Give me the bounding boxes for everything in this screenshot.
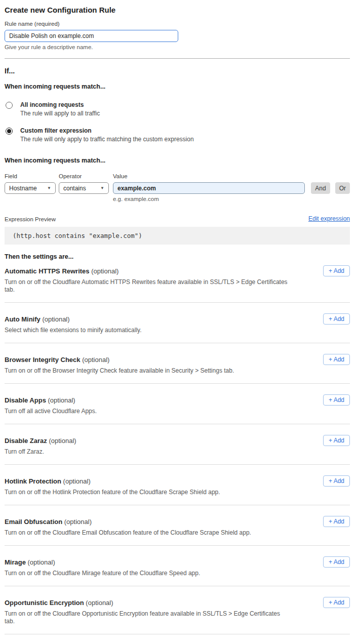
setting-automatic-https-rewrites: Automatic HTTPS Rewrites (optional) Turn… (5, 261, 350, 303)
expression-preview-label: Expression Preview (5, 216, 56, 222)
optional-tag: (optional) (63, 477, 91, 485)
setting-title: Disable Apps (5, 396, 46, 404)
setting-title: Browser Integrity Check (5, 356, 81, 364)
optional-tag: (optional) (64, 518, 92, 526)
optional-tag: (optional) (28, 558, 55, 566)
setting-description: Turn off all active Cloudflare Apps. (5, 408, 288, 415)
radio-button-icon[interactable] (6, 102, 13, 109)
rule-name-input[interactable] (5, 30, 178, 42)
radio-option-custom-filter-expression[interactable]: Custom filter expression The rule will o… (5, 127, 350, 143)
and-button[interactable]: And (311, 182, 330, 194)
field-label: Field (5, 173, 56, 180)
rule-name-label: Rule name (required) (5, 20, 350, 28)
setting-description: Turn on or off the Cloudflare Automatic … (5, 278, 288, 294)
radio-option-all-incoming-requests[interactable]: All incoming requests The rule will appl… (5, 101, 350, 117)
optional-tag: (optional) (86, 599, 113, 607)
setting-description: Select which file extensions to minify a… (5, 327, 288, 334)
radio-option-label: All incoming requests (20, 101, 100, 109)
radio-option-description: The rule will apply to all traffic (20, 110, 100, 117)
add-button[interactable]: + Add (323, 313, 350, 325)
setting-title: Disable Zaraz (5, 437, 47, 445)
optional-tag: (optional) (49, 437, 76, 445)
setting-title: Automatic HTTPS Rewrites (5, 267, 90, 275)
chevron-down-icon: ▼ (100, 186, 104, 190)
setting-description: Turn on or off the Cloudflare Email Obfu… (5, 529, 288, 537)
add-button[interactable]: + Add (323, 516, 350, 527)
field-select-value: Hostname (9, 185, 37, 192)
or-button[interactable]: Or (335, 182, 350, 194)
add-button[interactable]: + Add (323, 394, 350, 406)
expression-builder-row: Field Hostname ▼ Operator contains ▼ Val… (5, 173, 350, 203)
add-button[interactable]: + Add (323, 597, 350, 608)
setting-title: Mirage (5, 558, 26, 566)
operator-select-value: contains (63, 185, 86, 192)
setting-email-obfuscation: Email Obfuscation (optional) Turn on or … (5, 505, 350, 546)
value-help: e.g. example.com (113, 195, 305, 203)
expression-preview-code: (http.host contains "example.com") (5, 227, 350, 245)
then-settings-heading: Then the settings are... (5, 253, 350, 261)
setting-description: Turn off Zaraz. (5, 448, 288, 456)
operator-label: Operator (59, 173, 109, 180)
field-select[interactable]: Hostname ▼ (5, 182, 56, 194)
setting-browser-integrity-check: Browser Integrity Check (optional) Turn … (5, 343, 350, 384)
value-input[interactable] (113, 182, 305, 194)
setting-title: Email Obfuscation (5, 518, 62, 526)
setting-title: Auto Minify (5, 315, 41, 323)
add-button[interactable]: + Add (323, 265, 350, 276)
rule-name-group: Rule name (required) Give your rule a de… (5, 20, 350, 51)
setting-mirage: Mirage (optional) Turn on or off the Clo… (5, 546, 350, 586)
add-button[interactable]: + Add (323, 475, 350, 487)
optional-tag: (optional) (42, 315, 69, 323)
chevron-down-icon: ▼ (47, 186, 51, 190)
optional-tag: (optional) (82, 356, 109, 364)
setting-description: Turn on or off the Hotlink Protection fe… (5, 489, 288, 496)
create-configuration-rule-form: Create new Configuration Rule Rule name … (0, 0, 357, 644)
section-divider (5, 58, 350, 59)
radio-option-label: Custom filter expression (20, 127, 194, 135)
radio-button-selected-icon[interactable] (6, 128, 13, 135)
setting-title: Opportunistic Encryption (5, 599, 84, 607)
setting-auto-minify: Auto Minify (optional) Select which file… (5, 303, 350, 343)
add-button[interactable]: + Add (323, 556, 350, 568)
page-title: Create new Configuration Rule (5, 5, 350, 15)
expression-builder-heading: When incoming requests match... (5, 156, 350, 165)
setting-description: Turn on or off the Cloudflare Mirage fea… (5, 570, 288, 577)
rule-name-help: Give your rule a descriptive name. (5, 44, 350, 51)
optional-tag: (optional) (48, 396, 75, 404)
setting-title: Hotlink Protection (5, 477, 61, 485)
if-heading: If... (5, 66, 350, 75)
setting-hotlink-protection: Hotlink Protection (optional) Turn on or… (5, 465, 350, 505)
add-button[interactable]: + Add (323, 354, 350, 365)
operator-select[interactable]: contains ▼ (59, 182, 109, 194)
setting-opportunistic-encryption: Opportunistic Encryption (optional) Turn… (5, 586, 350, 634)
setting-disable-apps: Disable Apps (optional) Turn off all act… (5, 384, 350, 424)
add-button[interactable]: + Add (323, 435, 350, 446)
incoming-requests-match-heading: When incoming requests match... (5, 83, 350, 91)
setting-disable-zaraz: Disable Zaraz (optional) Turn off Zaraz.… (5, 424, 350, 465)
edit-expression-link[interactable]: Edit expression (308, 215, 350, 222)
optional-tag: (optional) (91, 267, 118, 275)
setting-description: Turn on or off the Browser Integrity Che… (5, 367, 288, 375)
setting-description: Turn on or off the Cloudflare Opportunis… (5, 610, 288, 625)
radio-option-description: The rule will only apply to traffic matc… (20, 136, 194, 143)
value-label: Value (113, 173, 305, 180)
setting-polish: Polish (optional) Change the settings of… (5, 634, 350, 644)
